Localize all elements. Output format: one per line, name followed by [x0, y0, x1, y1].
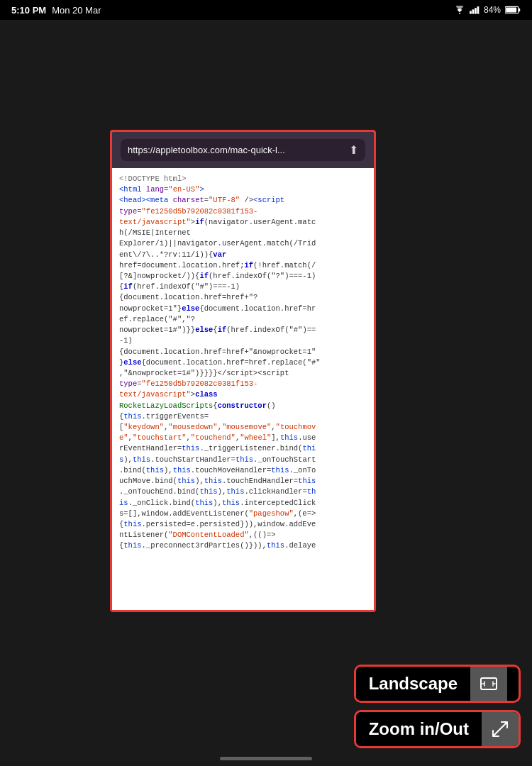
- main-content: https://appletoolbox.com/mac-quick-l... …: [0, 20, 532, 766]
- code-content: <!DOCTYPE html> <html lang="en-US"> <hea…: [112, 168, 374, 612]
- zoom-button[interactable]: Zoom in/Out: [354, 710, 521, 748]
- browser-chrome: https://appletoolbox.com/mac-quick-l... …: [112, 132, 374, 168]
- share-icon[interactable]: ⬆: [349, 143, 358, 157]
- landscape-button[interactable]: Landscape: [354, 665, 521, 703]
- svg-rect-6: [506, 7, 516, 12]
- svg-rect-5: [519, 9, 520, 12]
- home-indicator: [220, 757, 312, 760]
- battery-icon: [505, 6, 521, 14]
- battery-text: 84%: [484, 5, 501, 15]
- status-date: Mon 20 Mar: [52, 5, 101, 16]
- wifi-icon: [454, 6, 465, 14]
- landscape-icon: [470, 667, 507, 701]
- url-text: https://appletoolbox.com/mac-quick-l...: [128, 145, 285, 155]
- svg-rect-0: [470, 11, 472, 13]
- landscape-icon-svg: [479, 674, 499, 694]
- status-left: 5:10 PM Mon 20 Mar: [11, 5, 101, 16]
- svg-rect-3: [477, 6, 479, 14]
- zoom-label: Zoom in/Out: [356, 712, 482, 746]
- status-right: 84%: [454, 5, 521, 15]
- status-bar: 5:10 PM Mon 20 Mar 84%: [0, 0, 532, 20]
- svg-rect-2: [475, 8, 477, 13]
- zoom-icon: [482, 712, 519, 746]
- browser-frame: https://appletoolbox.com/mac-quick-l... …: [110, 130, 376, 612]
- signal-icon: [470, 6, 480, 14]
- landscape-label: Landscape: [356, 667, 470, 701]
- status-time: 5:10 PM: [11, 5, 46, 16]
- svg-rect-1: [472, 9, 474, 13]
- zoom-icon-svg: [490, 719, 510, 739]
- bottom-buttons: Landscape Zoom in/Out: [354, 665, 521, 748]
- url-bar[interactable]: https://appletoolbox.com/mac-quick-l... …: [121, 139, 365, 161]
